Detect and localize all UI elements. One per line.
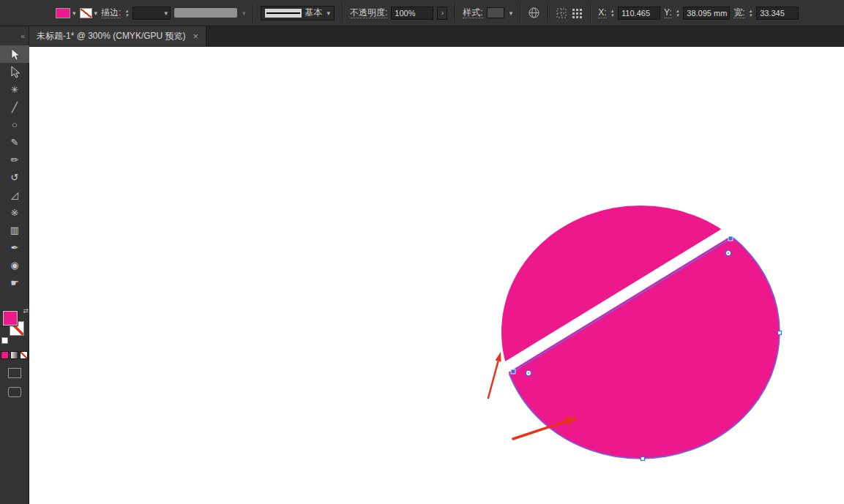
rotate-tool[interactable]: ↺ [0,168,29,186]
draw-mode-button[interactable] [8,368,21,378]
document-tab-bar: 未标题-1* @ 300% (CMYK/GPU 预览) × [29,26,844,47]
stroke-color-control[interactable]: ▾ [80,8,98,18]
divider [548,4,548,23]
direct-selection-tool[interactable] [0,63,29,80]
paint-gradient-button[interactable] [10,351,18,359]
artboard[interactable] [29,47,844,504]
width-input[interactable]: 33.345 [756,7,799,20]
paint-color-button[interactable] [1,351,9,359]
width-profile-select[interactable] [174,8,237,18]
brush-definition-label: 基本 [305,7,322,19]
chevron-down-icon[interactable]: ▾ [509,10,513,17]
fill-swatch-pink[interactable] [3,311,18,326]
document-setup-globe-icon[interactable] [528,7,540,19]
tool-list: ✳╱○✎✏↺◿※▥✒◉☛ [0,45,29,291]
stepper-down-icon[interactable]: ▾ [750,13,752,18]
divider [253,4,253,23]
stroke-none-swatch[interactable] [80,8,92,18]
reference-point-icon[interactable] [571,7,583,19]
width-stepper[interactable]: ▴ ▾ [750,9,752,18]
style-label[interactable]: 样式: [463,7,482,18]
brush-definition-select[interactable]: 基本 ▾ [261,6,335,20]
width-label[interactable]: 宽: [733,7,744,18]
chevron-down-icon: ▾ [326,10,330,17]
stroke-weight-stepper[interactable]: ▴ ▾ [125,9,128,18]
tools-panel: « ✳╱○✎✏↺◿※▥✒◉☛ ⇄ [0,26,29,504]
magic-wand-tool[interactable]: ✳ [0,80,29,98]
stepper-down-icon[interactable]: ▾ [676,13,679,18]
divider [520,4,520,23]
chevron-down-icon[interactable]: ▾ [94,10,98,17]
opacity-label[interactable]: 不透明度: [350,7,387,18]
control-bar: ▾ ▾ 描边: ▴ ▾ ▾ ▾ 基本 ▾ 不透明度: 100% › 样式: ▾ [0,0,844,26]
divider [342,4,343,23]
fill-color-control[interactable]: ▾ [56,8,76,18]
stepper-down-icon[interactable]: ▾ [611,13,614,18]
document-tab[interactable]: 未标题-1* @ 300% (CMYK/GPU 预览) × [29,26,206,46]
column-graph-tool[interactable]: ▥ [0,221,29,238]
stroke-weight-select[interactable]: ▾ [132,7,171,20]
blend-tool[interactable]: ◉ [0,256,29,274]
y-position-input[interactable]: 38.095 mm [683,7,730,20]
eyedropper-tool[interactable]: ✒ [0,238,29,256]
default-fill-stroke-icon[interactable] [1,337,8,344]
collapse-panel-icon[interactable]: « [20,32,25,40]
style-swatch[interactable] [487,7,504,18]
hand-tool[interactable]: ☛ [0,274,29,291]
symbol-sprayer-tool[interactable]: ※ [0,203,29,221]
x-position-label[interactable]: X: [598,7,606,18]
fill-stroke-widget[interactable]: ⇄ [0,309,29,344]
opacity-expand-button[interactable]: › [437,7,447,20]
close-tab-icon[interactable]: × [193,31,199,42]
line-segment-tool[interactable]: ╱ [0,98,29,116]
stepper-down-icon[interactable]: ▾ [125,13,128,18]
y-position-stepper[interactable]: ▴ ▾ [676,9,679,18]
x-position-stepper[interactable]: ▴ ▾ [611,9,614,18]
chevron-down-icon[interactable]: ▾ [242,10,246,17]
chevron-down-icon[interactable]: ▾ [72,10,76,17]
paint-none-button[interactable] [20,351,28,359]
scale-tool[interactable]: ◿ [0,186,29,203]
document-tab-title: 未标题-1* @ 300% (CMYK/GPU 预览) [37,30,186,42]
swap-fill-stroke-icon[interactable]: ⇄ [23,307,29,315]
paint-style-buttons [0,351,29,359]
opacity-input[interactable]: 100% [391,7,433,20]
tools-panel-collapse[interactable]: « [0,26,29,45]
ellipse-tool[interactable]: ○ [0,116,29,133]
divider [455,4,455,23]
chevron-down-icon: ▾ [164,10,168,17]
brush-stroke-preview [265,9,302,18]
paintbrush-tool[interactable]: ✎ [0,133,29,151]
pencil-tool[interactable]: ✏ [0,151,29,168]
stroke-weight-label[interactable]: 描边: [101,7,121,18]
x-position-input[interactable]: 110.465 [618,7,660,20]
screen-mode-button[interactable] [8,387,21,397]
divider [590,4,591,23]
y-position-label[interactable]: Y: [664,7,672,18]
fill-color-swatch[interactable] [56,8,70,18]
snap-grid-icon[interactable] [556,7,567,19]
selection-tool[interactable] [0,45,29,63]
